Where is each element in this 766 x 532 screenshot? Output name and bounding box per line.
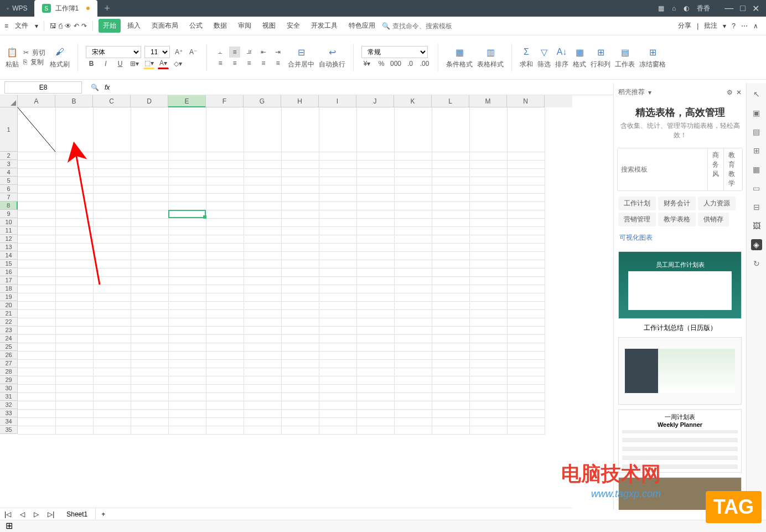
sum-button[interactable]: Σ求和	[520, 45, 533, 69]
cell-F13[interactable]	[206, 243, 244, 251]
clear-format-button[interactable]: ◇▾	[172, 58, 183, 69]
cell-M25[interactable]	[469, 343, 507, 351]
cell-N22[interactable]	[507, 318, 545, 326]
cell-B35[interactable]	[55, 426, 93, 434]
cell-G17[interactable]	[244, 276, 281, 285]
cell-D17[interactable]	[131, 276, 168, 285]
cell-J22[interactable]	[356, 318, 394, 326]
row-header-9[interactable]: 9	[0, 210, 18, 218]
cell-B24[interactable]	[55, 334, 93, 343]
cell-L34[interactable]	[432, 417, 469, 426]
cell-M19[interactable]	[469, 293, 507, 301]
cell-K25[interactable]	[394, 343, 432, 351]
cell-D24[interactable]	[131, 334, 168, 343]
cell-D35[interactable]	[131, 426, 168, 434]
font-select[interactable]: 宋体	[86, 46, 141, 58]
cell-H12[interactable]	[281, 235, 319, 243]
cell-H23[interactable]	[281, 326, 319, 334]
cell-H26[interactable]	[281, 351, 319, 359]
cell-H5[interactable]	[281, 177, 319, 185]
cell-N15[interactable]	[507, 260, 545, 268]
cell-F14[interactable]	[206, 251, 244, 260]
preview-icon[interactable]: 👁	[65, 22, 71, 30]
cell-N32[interactable]	[507, 401, 545, 409]
cell-K14[interactable]	[394, 251, 432, 260]
active-panel-icon[interactable]: ◈	[751, 239, 762, 250]
tag-教学表格[interactable]: 教学表格	[658, 213, 696, 226]
cell-E4[interactable]	[168, 168, 206, 177]
cell-H9[interactable]	[281, 210, 319, 218]
cell-C23[interactable]	[93, 326, 131, 334]
cell-K30[interactable]	[394, 384, 432, 392]
cell-B33[interactable]	[55, 409, 93, 417]
cell-D23[interactable]	[131, 326, 168, 334]
cell-A7[interactable]	[18, 193, 55, 202]
col-header-H[interactable]: H	[281, 95, 319, 107]
cell-H17[interactable]	[281, 276, 319, 285]
align-center-icon[interactable]: ≡	[229, 58, 240, 69]
cell-H13[interactable]	[281, 243, 319, 251]
cell-E30[interactable]	[168, 384, 206, 392]
row-header-17[interactable]: 17	[0, 276, 18, 285]
cell-D10[interactable]	[131, 218, 168, 226]
cell-F33[interactable]	[206, 409, 244, 417]
cell-G30[interactable]	[244, 384, 281, 392]
row-header-13[interactable]: 13	[0, 243, 18, 251]
row-header-2[interactable]: 2	[0, 152, 18, 160]
cell-K33[interactable]	[394, 409, 432, 417]
cell-I5[interactable]	[319, 177, 356, 185]
cell-K17[interactable]	[394, 276, 432, 285]
format-painter-button[interactable]: 🖌格式刷	[50, 45, 70, 69]
cell-F10[interactable]	[206, 218, 244, 226]
cell-I28[interactable]	[319, 368, 356, 376]
cell-A26[interactable]	[18, 351, 55, 359]
cell-C30[interactable]	[93, 384, 131, 392]
cell-E32[interactable]	[168, 401, 206, 409]
cell-K19[interactable]	[394, 293, 432, 301]
cell-A5[interactable]	[18, 177, 55, 185]
cell-G5[interactable]	[244, 177, 281, 185]
cell-G28[interactable]	[244, 368, 281, 376]
cell-A31[interactable]	[18, 392, 55, 401]
cell-J30[interactable]	[356, 384, 394, 392]
cell-A10[interactable]	[18, 218, 55, 226]
cell-K10[interactable]	[394, 218, 432, 226]
cell-B28[interactable]	[55, 368, 93, 376]
cell-D8[interactable]	[131, 202, 168, 210]
cell-N21[interactable]	[507, 309, 545, 318]
cell-I23[interactable]	[319, 326, 356, 334]
cell-F7[interactable]	[206, 193, 244, 202]
cell-K3[interactable]	[394, 160, 432, 168]
cell-A35[interactable]	[18, 426, 55, 434]
cell-L4[interactable]	[432, 168, 469, 177]
cell-L19[interactable]	[432, 293, 469, 301]
cell-J28[interactable]	[356, 368, 394, 376]
cell-D21[interactable]	[131, 309, 168, 318]
cell-I19[interactable]	[319, 293, 356, 301]
cell-M6[interactable]	[469, 185, 507, 193]
cell-H4[interactable]	[281, 168, 319, 177]
table-style-button[interactable]: ▥表格样式	[477, 45, 504, 69]
template-search-input[interactable]	[618, 148, 707, 190]
cell-K11[interactable]	[394, 226, 432, 235]
cell-J18[interactable]	[356, 285, 394, 293]
cell-E25[interactable]	[168, 343, 206, 351]
cell-C24[interactable]	[93, 334, 131, 343]
history-icon[interactable]: ↻	[751, 258, 762, 269]
cell-E11[interactable]	[168, 226, 206, 235]
cell-B32[interactable]	[55, 401, 93, 409]
cell-A18[interactable]	[18, 285, 55, 293]
cell-M5[interactable]	[469, 177, 507, 185]
cell-N13[interactable]	[507, 243, 545, 251]
cell-D28[interactable]	[131, 368, 168, 376]
cell-H14[interactable]	[281, 251, 319, 260]
cell-H2[interactable]	[281, 152, 319, 160]
cell-J31[interactable]	[356, 392, 394, 401]
cell-I1[interactable]	[319, 107, 356, 152]
cell-A22[interactable]	[18, 318, 55, 326]
cell-M13[interactable]	[469, 243, 507, 251]
cell-N7[interactable]	[507, 193, 545, 202]
cell-D6[interactable]	[131, 185, 168, 193]
cell-G16[interactable]	[244, 268, 281, 276]
cell-E27[interactable]	[168, 359, 206, 368]
